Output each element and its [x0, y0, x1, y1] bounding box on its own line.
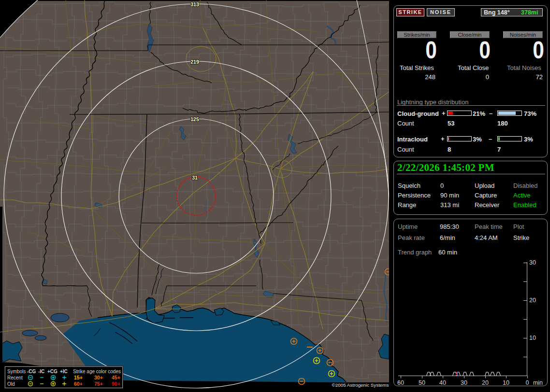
svg-text:-IC: -IC: [38, 369, 44, 374]
svg-text:min: min: [533, 379, 543, 386]
svg-text:0: 0: [526, 379, 529, 386]
svg-text:125: 125: [190, 116, 199, 122]
svg-text:20: 20: [482, 379, 489, 386]
svg-text:-CG: -CG: [27, 369, 36, 374]
svg-text:20: 20: [529, 297, 536, 304]
svg-text:219: 219: [190, 59, 199, 65]
svg-text:15+: 15+: [74, 375, 83, 380]
svg-text:31: 31: [192, 175, 198, 181]
svg-text:Symbols: Symbols: [7, 369, 26, 374]
svg-text:40: 40: [439, 379, 446, 386]
svg-text:30+: 30+: [94, 375, 103, 380]
svg-text:50: 50: [419, 379, 425, 386]
svg-text:+CG: +CG: [47, 369, 58, 374]
svg-text:+IC: +IC: [60, 369, 68, 374]
svg-text:10: 10: [529, 335, 536, 341]
svg-text:60: 60: [397, 379, 404, 386]
svg-text:Strike age color codes: Strike age color codes: [73, 369, 121, 374]
svg-text:30: 30: [529, 259, 536, 266]
svg-text:Recent: Recent: [7, 375, 23, 380]
svg-text:10: 10: [503, 379, 509, 386]
svg-text:45+: 45+: [112, 375, 120, 380]
svg-text:30: 30: [461, 379, 467, 386]
svg-text:75+: 75+: [94, 381, 103, 387]
svg-text:90+: 90+: [112, 381, 120, 387]
svg-text:Old: Old: [7, 381, 15, 387]
svg-text:60+: 60+: [74, 381, 83, 387]
svg-text:313: 313: [190, 1, 199, 7]
